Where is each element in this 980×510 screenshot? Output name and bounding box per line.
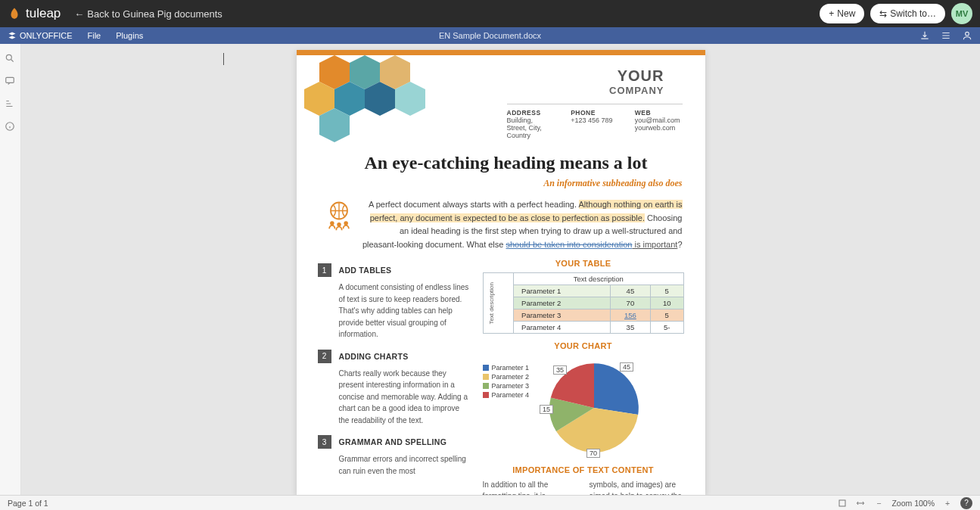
section-2-body: Charts really work because they present … <box>339 368 469 427</box>
document-canvas[interactable]: YOUR COMPANY ADDRESS Building, Street, C… <box>21 44 980 495</box>
back-link[interactable]: ← Back to Guinea Pig documents <box>74 8 222 20</box>
download-icon[interactable] <box>919 30 930 41</box>
menu-plugins[interactable]: Plugins <box>108 31 151 40</box>
onlyoffice-icon <box>8 31 17 40</box>
svg-rect-2 <box>5 77 14 82</box>
navigation-icon[interactable] <box>5 98 17 110</box>
page-indicator: Page 1 of 1 <box>8 499 48 508</box>
header-contacts: ADDRESS Building, Street, City, Country … <box>507 104 683 139</box>
svg-point-1 <box>6 54 11 60</box>
tuleap-icon <box>8 7 21 20</box>
user-avatar[interactable]: MV <box>951 3 972 24</box>
new-button[interactable]: + New <box>820 4 864 23</box>
decorative-hex-art <box>297 55 456 146</box>
main-heading: An eye-catching heading means a lot <box>365 153 683 173</box>
globe-people-icon <box>322 198 356 232</box>
company-line2: COMPANY <box>609 85 664 96</box>
document-filename: EN Sample Document.docx <box>439 31 541 40</box>
company-line1: YOUR <box>609 67 664 85</box>
arrow-left-icon: ← <box>74 8 84 20</box>
fit-width-icon[interactable] <box>855 498 866 508</box>
pie-chart: 45 70 15 35 <box>541 355 647 461</box>
zoom-in-icon[interactable]: + <box>942 498 953 508</box>
text-cursor <box>223 53 224 65</box>
info-icon[interactable] <box>5 121 17 133</box>
left-nav <box>0 44 21 495</box>
search-icon[interactable] <box>5 53 17 65</box>
help-icon[interactable]: ? <box>960 497 972 509</box>
back-link-label: Back to Guinea Pig documents <box>87 8 222 20</box>
intro-paragraph: A perfect document always starts with a … <box>319 198 683 251</box>
svg-point-0 <box>966 32 969 36</box>
chart-legend: Parameter 1 Parameter 2 Parameter 3 Para… <box>483 364 530 461</box>
section-2-title: 2ADDING CHARTS <box>318 350 469 363</box>
statusbar: Page 1 of 1 − Zoom 100% + ? <box>0 495 980 510</box>
table-title: YOUR TABLE <box>483 259 684 268</box>
topbar: tuleap ← Back to Guinea Pig documents + … <box>0 0 980 27</box>
section-3-body: Grammar errors and incorrect spelling ca… <box>339 453 469 477</box>
subheading: An informative subheading also does <box>297 178 683 189</box>
fit-page-icon[interactable] <box>837 498 848 508</box>
section-3-title: 3GRAMMAR AND SPELLING <box>318 435 469 449</box>
switch-to-label: Switch to… <box>890 8 936 19</box>
chart-container: Parameter 1 Parameter 2 Parameter 3 Para… <box>483 355 684 461</box>
shuffle-icon: ⇆ <box>879 8 887 19</box>
document-page[interactable]: YOUR COMPANY ADDRESS Building, Street, C… <box>297 50 705 495</box>
section-1-title: 1ADD TABLES <box>318 263 469 277</box>
zoom-out-icon[interactable]: − <box>873 498 884 508</box>
sample-table: Text descriptionText description Paramet… <box>483 272 684 334</box>
section-1-body: A document consisting of endless lines o… <box>339 281 469 341</box>
switch-to-button[interactable]: ⇆ Switch to… <box>870 4 945 23</box>
importance-title: IMPORTANCE OF TEXT CONTENT <box>483 465 684 474</box>
user-icon[interactable] <box>962 30 972 41</box>
comments-icon[interactable] <box>5 76 17 88</box>
zoom-level: Zoom 100% <box>891 499 935 508</box>
importance-columns: In addition to all the formatting tips, … <box>483 479 684 495</box>
svg-rect-16 <box>839 500 845 506</box>
app-logo-text: tuleap <box>26 6 61 21</box>
new-button-label: New <box>837 8 855 19</box>
app-logo: tuleap <box>8 6 61 21</box>
page-accent-stripe <box>297 50 705 55</box>
menu-icon[interactable] <box>941 30 951 41</box>
menu-file[interactable]: File <box>79 31 108 40</box>
editor-brand: ONLYOFFICE <box>0 31 79 40</box>
chart-title: YOUR CHART <box>483 341 684 350</box>
company-block: YOUR COMPANY <box>609 67 664 96</box>
plus-icon: + <box>829 8 834 19</box>
menubar: ONLYOFFICE File Plugins EN Sample Docume… <box>0 27 980 44</box>
